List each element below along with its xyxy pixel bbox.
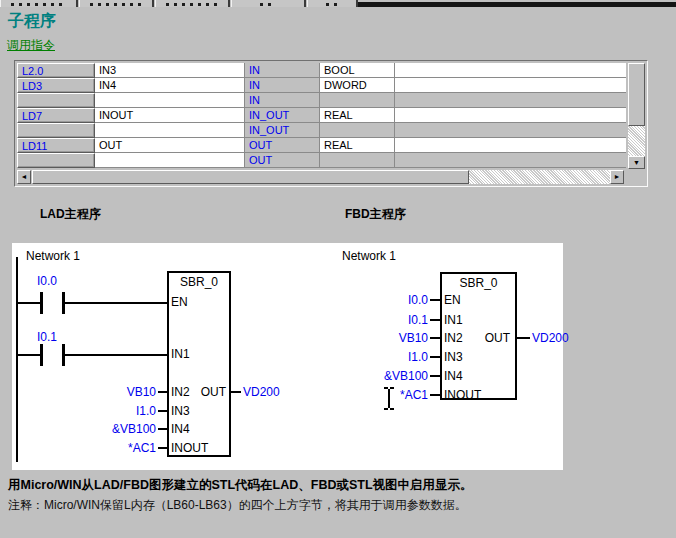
lad-port-in4: IN4	[171, 422, 190, 436]
fbd-wire	[430, 319, 440, 321]
table-row: IN_OUT	[17, 123, 626, 138]
data-type-cell[interactable]	[320, 153, 395, 168]
var-type-cell[interactable]: IN	[245, 63, 320, 78]
table-row: IN	[17, 93, 626, 108]
toolbar-button-1[interactable]	[0, 0, 78, 7]
name-cell[interactable]: OUT	[95, 138, 245, 153]
table-row: LD3 IN4 IN DWORD	[17, 78, 626, 93]
fbd-network-label: Network 1	[342, 249, 396, 263]
fbd-operand-in1: I0.1	[343, 313, 428, 327]
name-cell[interactable]	[95, 153, 245, 168]
data-type-cell[interactable]: REAL	[320, 108, 395, 123]
call-instruction-link[interactable]: 调用指令	[7, 37, 55, 54]
row-header-cell[interactable]: LD7	[17, 108, 95, 123]
window-edge-band	[358, 2, 676, 7]
var-type-cell[interactable]: OUT	[245, 138, 320, 153]
var-type-cell[interactable]: OUT	[245, 153, 320, 168]
toolbar-button-3[interactable]	[155, 0, 230, 7]
lad-wire	[17, 302, 40, 304]
name-cell[interactable]: INOUT	[95, 108, 245, 123]
lad-port-en: EN	[171, 295, 188, 309]
fbd-wire	[430, 337, 440, 339]
var-type-cell[interactable]: IN_OUT	[245, 123, 320, 138]
toolbar-button-text-fragment	[260, 3, 276, 6]
table-row: LD11 OUT OUT REAL	[17, 138, 626, 153]
lad-contact-operand: I0.0	[37, 274, 57, 288]
diagram-panel: Network 1 I0.0 I0.1 SBR_0 EN IN1 IN2 IN3…	[12, 243, 563, 470]
lad-wire	[231, 391, 241, 393]
lad-wire	[158, 447, 167, 449]
scroll-left-icon[interactable]: ◄	[17, 170, 31, 184]
scroll-down-icon[interactable]: ▼	[628, 156, 645, 169]
vertical-scrollbar-track[interactable]	[628, 126, 645, 156]
contact-bar-icon	[40, 344, 43, 366]
lad-section-label: LAD主程序	[40, 206, 101, 223]
comment-cell[interactable]	[395, 78, 626, 93]
comment-cell[interactable]	[395, 108, 626, 123]
fbd-operand-out: VD200	[532, 331, 569, 345]
comment-cell[interactable]	[395, 123, 626, 138]
fbd-port-en: EN	[444, 293, 461, 307]
fbd-port-in3: IN3	[444, 350, 463, 364]
var-type-cell[interactable]: IN_OUT	[245, 108, 320, 123]
text-cursor-icon	[383, 387, 395, 410]
row-header-cell[interactable]: LD11	[17, 138, 95, 153]
data-type-cell[interactable]: BOOL	[320, 63, 395, 78]
comment-cell[interactable]	[395, 138, 626, 153]
lad-operand-in4: &VB100	[86, 422, 156, 436]
row-header-cell[interactable]	[17, 93, 95, 108]
comment-cell[interactable]	[395, 63, 626, 78]
row-header-cell[interactable]	[17, 123, 95, 138]
lad-network-label: Network 1	[26, 249, 80, 263]
lad-power-rail	[16, 257, 18, 462]
lad-port-out: OUT	[170, 385, 226, 399]
fbd-wire	[430, 394, 440, 396]
fbd-operand-in3: I1.0	[343, 350, 428, 364]
horizontal-scrollbar-thumb[interactable]	[32, 170, 469, 184]
fbd-section-label: FBD主程序	[345, 206, 406, 223]
table-row: OUT	[17, 153, 626, 168]
lad-operand-in3: I1.0	[86, 404, 156, 418]
lad-wire	[65, 302, 167, 304]
row-header-cell[interactable]: LD3	[17, 78, 95, 93]
vertical-scrollbar-thumb[interactable]	[628, 63, 645, 126]
comment-cell[interactable]	[395, 93, 626, 108]
lad-operand-out: VD200	[243, 385, 280, 399]
name-cell[interactable]	[95, 123, 245, 138]
data-type-cell[interactable]: REAL	[320, 138, 395, 153]
data-type-cell[interactable]: DWORD	[320, 78, 395, 93]
row-header-cell[interactable]	[17, 153, 95, 168]
toolbar-button-text-fragment	[11, 3, 66, 6]
page-title: 子程序	[8, 11, 56, 32]
variable-table: L2.0 IN3 IN BOOL LD3 IN4 IN DWORD IN LD7…	[14, 60, 648, 187]
toolbar-button-text-fragment	[166, 3, 218, 6]
vertical-scrollbar[interactable]: ▼	[628, 63, 645, 169]
scroll-right-icon[interactable]: ►	[610, 170, 624, 184]
lad-port-in1: IN1	[171, 347, 190, 361]
lad-port-inout: INOUT	[171, 441, 208, 455]
name-cell[interactable]: IN3	[95, 63, 245, 78]
horizontal-scrollbar-track[interactable]	[469, 170, 610, 184]
variable-table-rows: L2.0 IN3 IN BOOL LD3 IN4 IN DWORD IN LD7…	[17, 63, 626, 168]
lad-operand-inout: *AC1	[86, 441, 156, 455]
table-row: L2.0 IN3 IN BOOL	[17, 63, 626, 78]
toolbar-button-text-fragment	[90, 3, 142, 6]
toolbar-button-2[interactable]	[79, 0, 154, 7]
horizontal-scrollbar[interactable]: ◄ ►	[17, 170, 626, 184]
fbd-wire	[517, 337, 530, 339]
name-cell[interactable]: IN4	[95, 78, 245, 93]
data-type-cell[interactable]	[320, 123, 395, 138]
var-type-cell[interactable]: IN	[245, 93, 320, 108]
footer-note-bold: 用Micro/WIN从LAD/FBD图形建立的STL代码在LAD、FBD或STL…	[8, 477, 473, 494]
toolbar-button-4[interactable]	[231, 0, 306, 7]
name-cell[interactable]	[95, 93, 245, 108]
fbd-wire	[430, 299, 440, 301]
fbd-port-inout: INOUT	[444, 388, 481, 402]
fbd-wire	[430, 356, 440, 358]
var-type-cell[interactable]: IN	[245, 78, 320, 93]
fbd-operand-in4: &VB100	[343, 369, 428, 383]
data-type-cell[interactable]	[320, 93, 395, 108]
toolbar-button-5[interactable]	[307, 0, 358, 7]
comment-cell[interactable]	[395, 153, 626, 168]
row-header-cell[interactable]: L2.0	[17, 63, 95, 78]
